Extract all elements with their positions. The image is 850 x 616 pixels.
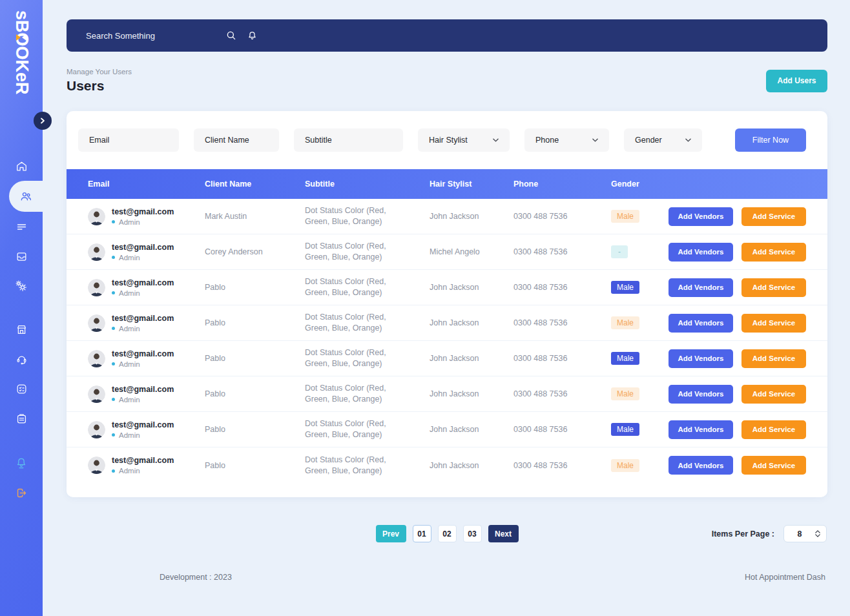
sidebar-item-logout[interactable] bbox=[0, 478, 43, 508]
list-icon bbox=[16, 221, 28, 233]
gears-icon bbox=[15, 280, 28, 293]
chevron-right-icon bbox=[39, 118, 46, 124]
sidebar-item-notifications[interactable] bbox=[0, 448, 43, 478]
add-vendors-button[interactable]: Add Vendors bbox=[669, 349, 733, 368]
client-name-cell: Pablo bbox=[205, 425, 305, 434]
add-vendors-button[interactable]: Add Vendors bbox=[669, 456, 733, 475]
filter-bar: Email Client Name Subtitle Hair Stylist … bbox=[67, 111, 827, 169]
client-name-cell: Pablo bbox=[205, 283, 305, 292]
sidebar-item-support[interactable] bbox=[0, 344, 43, 374]
status-dot-icon bbox=[112, 256, 115, 259]
user-email: test@gmail.com bbox=[112, 349, 174, 358]
gender-badge: Male bbox=[611, 387, 639, 400]
status-dot-icon bbox=[112, 220, 115, 223]
user-role: Admin bbox=[119, 431, 140, 439]
user-email: test@gmail.com bbox=[112, 385, 174, 394]
phone-cell: 0300 488 7536 bbox=[513, 389, 611, 398]
search-input[interactable]: Search Something bbox=[86, 31, 225, 41]
add-vendors-button[interactable]: Add Vendors bbox=[669, 278, 733, 297]
sidebar-item-store[interactable] bbox=[0, 314, 43, 344]
subtitle-filter-input[interactable]: Subtitle bbox=[294, 128, 403, 152]
page-button-1[interactable]: 01 bbox=[413, 525, 431, 542]
chevron-down-icon bbox=[685, 138, 691, 142]
subtitle-cell: Dot Status Color (Red, Green, Blue, Oran… bbox=[305, 205, 402, 227]
column-header-client-name: Client Name bbox=[205, 180, 305, 189]
filter-now-button[interactable]: Filter Now bbox=[735, 128, 806, 152]
sidebar-item-users[interactable] bbox=[9, 181, 43, 212]
user-role: Admin bbox=[119, 467, 140, 475]
users-icon bbox=[19, 190, 32, 203]
add-service-button[interactable]: Add Service bbox=[741, 456, 806, 475]
add-service-button[interactable]: Add Service bbox=[741, 243, 806, 262]
column-header-gender: Gender bbox=[611, 180, 667, 189]
user-email: test@gmail.com bbox=[112, 207, 174, 216]
add-users-button[interactable]: Add Users bbox=[766, 70, 827, 92]
sidebar-item-home[interactable] bbox=[0, 151, 43, 181]
items-per-page-stepper[interactable]: 8 bbox=[783, 525, 827, 542]
bell-icon[interactable] bbox=[247, 30, 258, 41]
sidebar-item-inbox[interactable] bbox=[0, 241, 43, 271]
user-role: Admin bbox=[119, 254, 140, 262]
footer-right-text: Hot Appointment Dash bbox=[745, 573, 825, 582]
user-role: Admin bbox=[119, 325, 140, 333]
logo-bowtie-icon bbox=[16, 34, 27, 41]
prev-page-button[interactable]: Prev bbox=[376, 525, 406, 542]
add-service-button[interactable]: Add Service bbox=[741, 207, 806, 226]
status-dot-icon bbox=[112, 469, 115, 473]
add-vendors-button[interactable]: Add Vendors bbox=[669, 385, 733, 404]
status-dot-icon bbox=[112, 398, 115, 401]
add-vendors-button[interactable]: Add Vendors bbox=[669, 420, 733, 439]
user-email: test@gmail.com bbox=[112, 456, 174, 465]
search-icon[interactable] bbox=[225, 30, 237, 41]
subtitle-cell: Dot Status Color (Red, Green, Blue, Oran… bbox=[305, 276, 402, 298]
phone-filter-label: Phone bbox=[535, 136, 559, 145]
sidebar: sBOOKeR bbox=[0, 0, 43, 616]
hair-stylist-filter-select[interactable]: Hair Stylist bbox=[418, 128, 510, 152]
add-service-button[interactable]: Add Service bbox=[741, 385, 806, 404]
table-row: test@gmail.com Admin Corey Anderson Dot … bbox=[67, 234, 827, 270]
subtitle-cell: Dot Status Color (Red, Green, Blue, Oran… bbox=[305, 312, 402, 334]
user-email: test@gmail.com bbox=[112, 278, 174, 287]
logout-icon bbox=[16, 487, 28, 499]
sidebar-item-reports[interactable] bbox=[0, 404, 43, 433]
page-button-2[interactable]: 02 bbox=[438, 525, 457, 542]
phone-filter-select[interactable]: Phone bbox=[524, 128, 609, 152]
add-service-button[interactable]: Add Service bbox=[741, 278, 806, 297]
chevron-down-icon bbox=[815, 534, 820, 537]
sidebar-item-settings[interactable] bbox=[0, 271, 43, 301]
status-dot-icon bbox=[112, 362, 115, 365]
gender-badge: - bbox=[611, 245, 628, 258]
add-service-button[interactable]: Add Service bbox=[741, 420, 806, 439]
items-per-page-value: 8 bbox=[784, 529, 815, 539]
email-filter-input[interactable]: Email bbox=[78, 128, 179, 152]
table-body: test@gmail.com Admin Mark Austin Dot Sta… bbox=[67, 199, 827, 483]
add-service-button[interactable]: Add Service bbox=[741, 349, 806, 368]
gender-filter-select[interactable]: Gender bbox=[624, 128, 702, 152]
client-name-cell: Pablo bbox=[205, 318, 305, 327]
status-dot-icon bbox=[112, 291, 115, 294]
phone-cell: 0300 488 7536 bbox=[513, 283, 611, 292]
top-search-bar: Search Something bbox=[67, 19, 827, 52]
add-vendors-button[interactable]: Add Vendors bbox=[669, 243, 733, 262]
page-button-3[interactable]: 03 bbox=[463, 525, 482, 542]
avatar bbox=[88, 421, 105, 438]
items-per-page: Items Per Page : 8 bbox=[712, 525, 827, 542]
avatar bbox=[88, 385, 105, 403]
client-name-filter-input[interactable]: Client Name bbox=[194, 128, 279, 152]
add-service-button[interactable]: Add Service bbox=[741, 314, 806, 333]
user-role: Admin bbox=[119, 218, 140, 226]
sidebar-item-list[interactable] bbox=[0, 212, 43, 241]
app-logo: sBOOKeR bbox=[0, 0, 43, 129]
sidebar-item-tasks[interactable] bbox=[0, 374, 43, 404]
store-icon bbox=[16, 323, 28, 336]
add-vendors-button[interactable]: Add Vendors bbox=[669, 314, 733, 333]
table-row: test@gmail.com Admin Pablo Dot Status Co… bbox=[67, 305, 827, 341]
client-name-cell: Pablo bbox=[205, 389, 305, 398]
sidebar-nav bbox=[0, 151, 43, 508]
subtitle-cell: Dot Status Color (Red, Green, Blue, Oran… bbox=[305, 455, 402, 477]
sidebar-toggle-button[interactable] bbox=[34, 112, 52, 130]
next-page-button[interactable]: Next bbox=[488, 525, 519, 542]
add-vendors-button[interactable]: Add Vendors bbox=[669, 207, 733, 226]
user-email: test@gmail.com bbox=[112, 420, 174, 429]
client-name-cell: Corey Anderson bbox=[205, 247, 305, 256]
